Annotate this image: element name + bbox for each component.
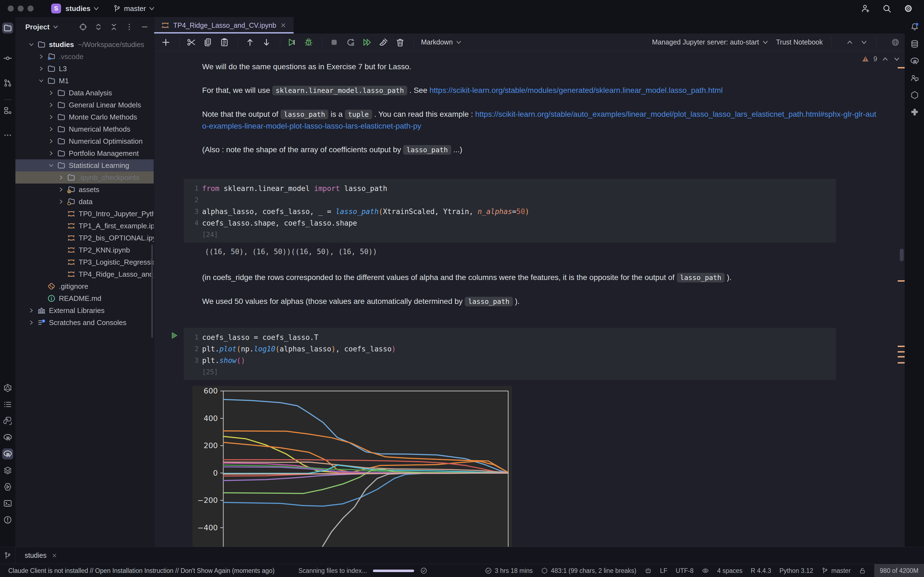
run-all-cells-button[interactable]	[362, 38, 372, 47]
chevron-right-icon[interactable]	[47, 137, 57, 145]
tree-item-monte-carlo-methods[interactable]: Monte Carlo Methods	[15, 111, 154, 123]
encoding-widget[interactable]: UTF-8	[676, 567, 693, 575]
graphql-tool-button[interactable]	[2, 382, 13, 393]
scrollbar-warning-mark[interactable]	[898, 67, 905, 68]
debug-cell-button[interactable]	[304, 38, 313, 47]
code-line[interactable]: 2plt.plot(np.log10(alphas_lasso), coefs_…	[184, 343, 836, 355]
copilot-icon[interactable]	[645, 567, 652, 574]
tree-item-assets[interactable]: assets	[15, 184, 154, 196]
chevron-right-icon[interactable]	[57, 198, 67, 206]
tree-item-tp4-ridge-lasso-and-cv-ip[interactable]: TP4_Ridge_Lasso_and_CV.ip	[15, 268, 154, 280]
r-console-button[interactable]: R	[2, 432, 13, 443]
scrollbar-warning-mark[interactable]	[898, 362, 905, 364]
tool-window-tab-studies[interactable]: studies	[25, 551, 58, 559]
line-ending-widget[interactable]: LF	[660, 567, 667, 575]
code-line[interactable]: 4coefs_lasso.shape, coefs_lasso.shape	[184, 218, 836, 229]
stop-kernel-button[interactable]	[330, 38, 339, 47]
chevron-right-icon[interactable]	[47, 101, 57, 109]
chevron-right-icon[interactable]	[27, 307, 37, 314]
notifications-bell-icon[interactable]	[909, 21, 920, 32]
structure-tool-button[interactable]	[2, 105, 13, 116]
chevron-right-icon[interactable]	[47, 125, 57, 133]
hide-panel-button[interactable]	[141, 23, 149, 31]
chevron-right-icon[interactable]	[47, 89, 57, 97]
settings-gear-icon[interactable]	[904, 4, 913, 13]
copy-cell-button[interactable]	[203, 38, 213, 47]
code-cell-2[interactable]: 1coefs_lasso = coefs_lasso.T2plt.plot(np…	[184, 328, 836, 380]
chevron-right-icon[interactable]	[37, 65, 47, 73]
previous-cell-button[interactable]	[846, 39, 853, 46]
pull-requests-tool-button[interactable]	[2, 77, 13, 89]
run-anything-button[interactable]	[2, 481, 13, 492]
collapse-all-button[interactable]	[110, 23, 118, 31]
cell-type-select[interactable]: Markdown	[421, 38, 462, 46]
tree-item-data[interactable]: data	[15, 196, 154, 208]
cut-cell-button[interactable]	[187, 38, 196, 47]
paste-cell-button[interactable]	[220, 38, 229, 47]
scrollbar-warning-mark[interactable]	[898, 280, 905, 282]
project-panel-title[interactable]: Project	[25, 23, 50, 31]
tree-item-l3[interactable]: L3	[15, 63, 154, 75]
scrollbar-warning-mark[interactable]	[898, 346, 905, 347]
tree-item-tp1-a-first-example-ipynb[interactable]: TP1_A_first_example.ipynb	[15, 220, 154, 232]
tab-close-icon[interactable]	[52, 553, 58, 559]
jupyter-server-select[interactable]: Managed Jupyter server: auto-start	[652, 38, 769, 46]
unlock-icon[interactable]	[859, 567, 866, 574]
tree-item-numerical-methods[interactable]: Numerical Methods	[15, 123, 154, 135]
tab-close-icon[interactable]	[280, 22, 286, 29]
commit-tool-button[interactable]	[2, 53, 13, 64]
status-message[interactable]: Claude Client is not installed // Open I…	[8, 564, 275, 577]
chevron-right-icon[interactable]	[57, 186, 67, 193]
code-with-me-icon[interactable]	[861, 4, 870, 13]
add-cell-button[interactable]	[161, 38, 171, 47]
git-branch-widget[interactable]: master	[821, 567, 851, 575]
chevron-down-icon[interactable]	[47, 161, 57, 169]
previous-problem-button[interactable]	[882, 55, 889, 63]
chevron-down-icon[interactable]	[27, 41, 37, 48]
tree-item-tp3-logistic-regression-an[interactable]: TP3_Logistic_Regression_an	[15, 256, 154, 268]
terminal-tool-button[interactable]	[2, 498, 13, 509]
run-cell-button[interactable]	[288, 38, 297, 47]
restart-kernel-button[interactable]	[346, 38, 355, 47]
code-cell-1[interactable]: 1from sklearn.linear_model import lasso_…	[184, 179, 836, 243]
chevron-right-icon[interactable]	[37, 53, 47, 60]
version-control-tab-icon[interactable]	[0, 547, 15, 564]
chevron-down-icon[interactable]	[37, 77, 47, 85]
services-tool-button[interactable]	[2, 465, 13, 476]
window-zoom-button[interactable]	[27, 5, 34, 11]
code-line[interactable]: 3alphas_lasso, coefs_lasso, _ = lasso_pa…	[184, 206, 836, 218]
tree-item-tp2-knn-ipynb[interactable]: TP2_KNN.ipynb	[15, 244, 154, 256]
scrollbar-warning-mark[interactable]	[898, 356, 905, 358]
open-in-browser-icon[interactable]	[891, 38, 900, 47]
project-tool-button[interactable]	[2, 23, 13, 34]
tree-item--ipynb-checkpoints[interactable]: .ipynb_checkpoints	[15, 171, 154, 184]
memory-indicator[interactable]: 980 of 4200M	[874, 564, 924, 577]
r-tools-button[interactable]: R	[2, 448, 13, 459]
caret-position-widget[interactable]: 483:1 (99 chars, 2 line breaks)	[541, 567, 636, 575]
project-switcher[interactable]: studies	[65, 5, 90, 13]
tree-item-readme-md[interactable]: README.md	[15, 292, 154, 305]
uptime-widget[interactable]: 3 hrs 18 mins	[485, 567, 533, 575]
pause-indexing-button[interactable]	[420, 567, 427, 574]
trust-notebook-button[interactable]: Trust Notebook	[776, 38, 823, 46]
tree-item-general-linear-models[interactable]: General Linear Models	[15, 99, 154, 111]
code-line[interactable]: 3plt.show()	[184, 355, 836, 366]
database-tool-button[interactable]	[909, 39, 920, 50]
scrollbar-warning-mark[interactable]	[898, 351, 905, 353]
reader-mode-icon[interactable]	[702, 567, 709, 574]
tree-item-tp0-intro-jupyter-python-ip[interactable]: TP0_Intro_Jupyter_Python.ip	[15, 208, 154, 220]
r-interpreter-widget[interactable]: R 4.4.3	[751, 567, 771, 575]
ai-assistant-button[interactable]	[909, 73, 920, 84]
tree-item-studies[interactable]: studies~/Workspace/studies	[15, 39, 154, 50]
clear-outputs-button[interactable]	[379, 38, 388, 47]
tree-item--vscode[interactable]: .vscode	[15, 50, 154, 63]
move-cell-down-button[interactable]	[262, 38, 271, 47]
tree-item-scratches-and-consoles[interactable]: Scratches and Consoles	[15, 316, 154, 329]
python-console-button[interactable]	[2, 416, 13, 426]
run-cell-gutter-icon[interactable]	[170, 331, 179, 340]
indent-widget[interactable]: 4 spaces	[717, 567, 743, 575]
tree-item-numerical-optimisation[interactable]: Numerical Optimisation	[15, 135, 154, 147]
dependencies-button[interactable]	[909, 90, 920, 101]
tree-item-data-analysis[interactable]: Data Analysis	[15, 87, 154, 99]
tree-item-external-libraries[interactable]: External Libraries	[15, 305, 154, 316]
